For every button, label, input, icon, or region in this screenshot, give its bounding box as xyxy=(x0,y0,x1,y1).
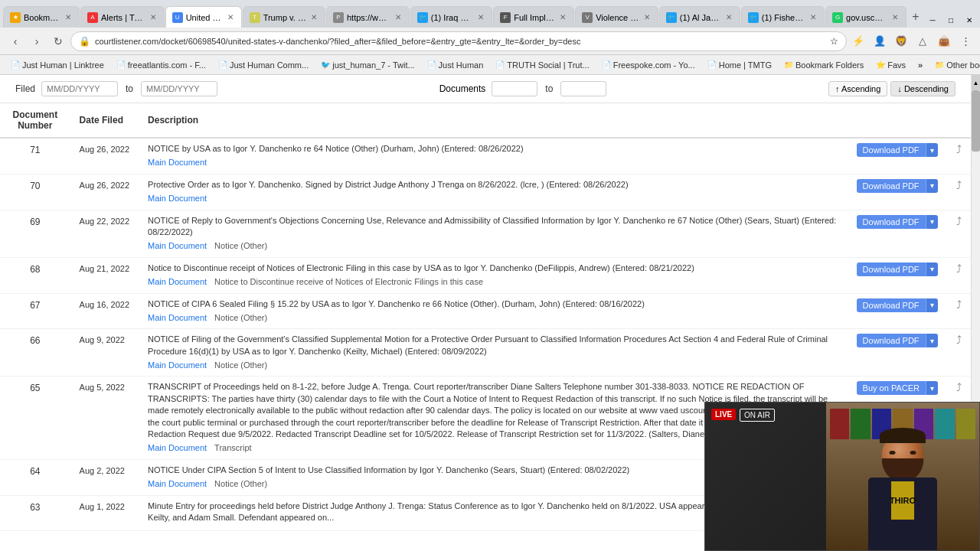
share-icon[interactable]: ⤴ xyxy=(956,215,962,227)
main-document-link[interactable]: Main Document xyxy=(148,157,207,168)
download-button-group: Download PDF▾ xyxy=(857,179,938,193)
extensions-icon[interactable]: ⚡ xyxy=(850,33,867,50)
bookmark-label-2: Just Human Comm... xyxy=(230,60,309,70)
docs-to-input[interactable] xyxy=(560,81,606,96)
minimize-button[interactable]: ─ xyxy=(925,12,940,28)
wallet-icon[interactable]: 👜 xyxy=(936,33,952,50)
tab-close-united-states[interactable]: ✕ xyxy=(226,11,235,23)
tab-trump[interactable]: T Trump v. Unite... ✕ xyxy=(243,6,325,28)
tab-close-implosion[interactable]: ✕ xyxy=(558,11,567,23)
bookmark-freeatlantis[interactable]: 📄 freeatlantis.com - F... xyxy=(112,59,211,71)
date-to-input[interactable] xyxy=(141,81,217,96)
scroll-up-button[interactable]: ▲ xyxy=(972,75,980,90)
tab-close-iraq[interactable]: ✕ xyxy=(476,11,485,23)
download-pdf-button[interactable]: Download PDF xyxy=(857,143,926,157)
download-dropdown-arrow[interactable]: ▾ xyxy=(926,334,938,347)
tab-gov[interactable]: G gov.uscourts.f... ✕ xyxy=(825,6,906,28)
back-button[interactable]: ‹ xyxy=(6,32,24,51)
tab-close-gov[interactable]: ✕ xyxy=(890,11,900,23)
main-document-link[interactable]: Main Document xyxy=(148,193,207,204)
docs-from-input[interactable] xyxy=(492,81,537,96)
download-dropdown-arrow[interactable]: ▾ xyxy=(926,215,938,229)
tab-close-fisher[interactable]: ✕ xyxy=(808,11,818,23)
tab-aljazeera[interactable]: 🐦 (1) Al Jazeera... ✕ xyxy=(659,6,740,28)
tab-bookmarks[interactable]: ★ Bookmarks ✕ xyxy=(3,6,80,28)
rewards-icon[interactable]: △ xyxy=(914,33,931,50)
maximize-button[interactable]: □ xyxy=(943,12,959,28)
tab-close-trump[interactable]: ✕ xyxy=(309,11,318,23)
share-icon[interactable]: ⤴ xyxy=(956,298,962,311)
buy-pacer-button[interactable]: Buy on PACER xyxy=(857,381,926,395)
main-document-link[interactable]: Main Document xyxy=(148,240,207,252)
tab-close-bookmarks[interactable]: ✕ xyxy=(64,11,73,23)
close-button[interactable]: ✕ xyxy=(962,12,977,28)
ascending-sort-button[interactable]: ↑ Ascending xyxy=(828,81,887,96)
tab-united-states[interactable]: U United Sta... ✕ xyxy=(165,6,242,28)
scroll-thumb[interactable] xyxy=(972,90,980,152)
settings-icon[interactable]: ⋮ xyxy=(957,33,974,50)
bookmark-freespoke[interactable]: 📄 Freespoke.com - Yo... xyxy=(597,59,700,71)
tab-violence[interactable]: V Violence Erupt... ✕ xyxy=(575,6,658,28)
download-dropdown-arrow[interactable]: ▾ xyxy=(926,262,938,276)
bookmark-folders[interactable]: 📁 Bookmark Folders xyxy=(779,59,868,71)
download-pdf-button[interactable]: Download PDF xyxy=(857,334,926,347)
bookmark-tmtg[interactable]: 📄 Home | TMTG xyxy=(703,59,776,71)
download-dropdown-arrow[interactable]: ▾ xyxy=(926,179,938,193)
bookmark-icon-4: 📄 xyxy=(427,60,436,69)
main-document-link[interactable]: Main Document xyxy=(148,312,207,324)
forward-button[interactable]: › xyxy=(28,32,46,51)
bookmark-label-1: freeatlantis.com - F... xyxy=(128,60,206,70)
descending-sort-button[interactable]: ↓ Descending xyxy=(890,81,956,96)
date-from-input[interactable] xyxy=(41,81,118,96)
download-pdf-button[interactable]: Download PDF xyxy=(857,262,926,276)
share-icon[interactable]: ⤴ xyxy=(956,334,962,346)
bookmark-star-icon[interactable]: ☆ xyxy=(830,36,838,47)
tab-close-aljazeera[interactable]: ✕ xyxy=(724,11,733,23)
doc-description-cell: Protective Order as to Igor Y. Danchenko… xyxy=(139,174,848,210)
share-cell: ⤴ xyxy=(947,257,971,293)
tab-alerts[interactable]: A Alerts | Truth S... ✕ xyxy=(80,6,165,28)
share-cell: ⤴ xyxy=(947,138,971,174)
profile-icon[interactable]: 👤 xyxy=(871,33,888,50)
download-button-group: Download PDF▾ xyxy=(857,298,938,312)
download-pdf-button[interactable]: Download PDF xyxy=(857,215,926,229)
tab-close-pacer[interactable]: ✕ xyxy=(394,11,403,23)
bookmark-truth-social[interactable]: 📄 TRUTH Social | Trut... xyxy=(491,59,593,71)
doc-date-cell: Aug 1, 2022 xyxy=(70,495,139,531)
share-icon[interactable]: ⤴ xyxy=(956,179,962,191)
main-document-link[interactable]: Main Document xyxy=(148,442,207,454)
bookmark-just-human-twit[interactable]: 🐦 just_human_7 - Twit... xyxy=(316,59,419,71)
main-document-link[interactable]: Main Document xyxy=(148,478,207,490)
main-document-link[interactable]: Main Document xyxy=(148,276,207,288)
bookmark-just-human[interactable]: 📄 Just Human | Linktree xyxy=(6,59,109,71)
download-pdf-button[interactable]: Download PDF xyxy=(857,298,926,312)
download-dropdown-arrow[interactable]: ▾ xyxy=(926,143,938,157)
download-dropdown-arrow[interactable]: ▾ xyxy=(926,298,938,312)
share-icon[interactable]: ⤴ xyxy=(956,262,962,275)
brave-icon[interactable]: 🦁 xyxy=(893,33,910,50)
tab-iraq[interactable]: 🐦 (1) Iraq orders... ✕ xyxy=(410,6,492,28)
tab-pacer[interactable]: P https://www.pa... ✕ xyxy=(326,6,410,28)
tab-close-alerts[interactable]: ✕ xyxy=(149,11,158,23)
bookmark-favs[interactable]: ⭐ Favs xyxy=(871,59,910,71)
bookmark-just-human-comm[interactable]: 📄 Just Human Comm... xyxy=(214,59,313,71)
tab-fisher[interactable]: 🐦 (1) Fisher Ame... ✕ xyxy=(741,6,825,28)
address-bar[interactable]: 🔒 courtlistener.com/docket/60698540/unit… xyxy=(70,31,847,51)
new-tab-button[interactable]: + xyxy=(907,6,924,28)
doc-action-cell: Download PDF▾ xyxy=(848,210,947,257)
tab-implosion[interactable]: F Full Implosion... ✕ xyxy=(493,6,574,28)
more-bookmarks-button[interactable]: » xyxy=(913,59,927,71)
tab-close-violence[interactable]: ✕ xyxy=(642,11,652,23)
shirt: THIRO xyxy=(868,478,937,550)
doc-action-cell: Download PDF▾ xyxy=(848,174,947,210)
tab-favicon-violence: V xyxy=(582,12,593,23)
tab-label-pacer: https://www.pa... xyxy=(347,13,390,22)
share-icon[interactable]: ⤴ xyxy=(956,143,962,155)
share-icon[interactable]: ⤴ xyxy=(956,381,962,393)
download-pdf-button[interactable]: Download PDF xyxy=(857,179,926,193)
main-document-link[interactable]: Main Document xyxy=(148,360,207,371)
reload-button[interactable]: ↻ xyxy=(49,32,67,51)
buy-dropdown-arrow[interactable]: ▾ xyxy=(926,381,938,395)
bookmark-just-human-main[interactable]: 📄 Just Human xyxy=(423,59,488,71)
bookmark-other[interactable]: 📁 Other bookmarks xyxy=(930,59,980,71)
